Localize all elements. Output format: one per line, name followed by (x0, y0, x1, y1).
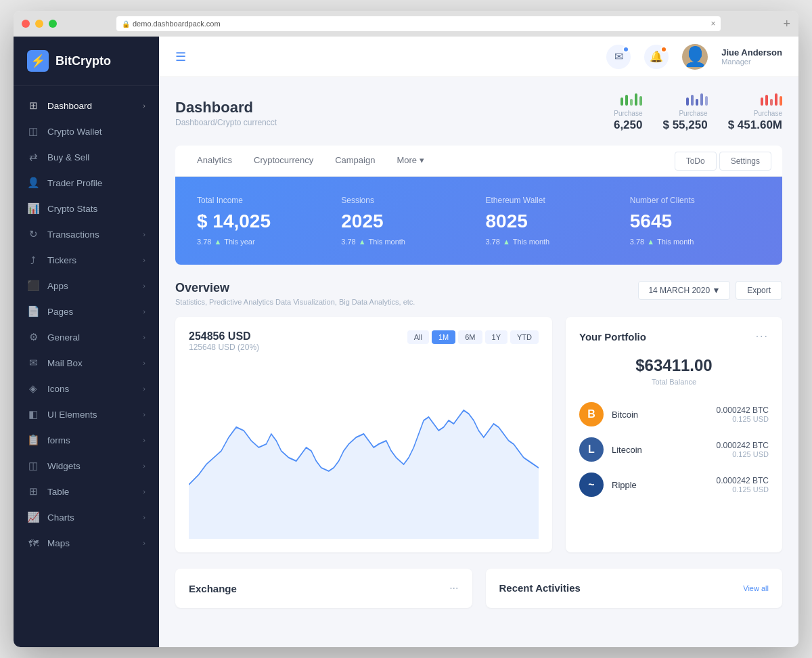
stat-card-label-2: Ethereum Wallet (486, 196, 616, 205)
tl-red[interactable] (22, 20, 30, 28)
nav-label-dashboard: Dashboard (47, 101, 92, 111)
sidebar-logo[interactable]: ⚡ BitCrypto (14, 37, 159, 86)
portfolio-header: Your Portfolio ··· (579, 330, 769, 343)
tl-yellow[interactable] (35, 20, 43, 28)
chevron-icon-table: › (143, 487, 145, 496)
stat-label-1: Purchase (679, 110, 707, 117)
sidebar-item-ui-elements[interactable]: ◧ UI Elements › (14, 401, 159, 427)
crypto-usd-btc: 0.125 USD (717, 415, 769, 423)
avatar[interactable]: 👤 (682, 44, 708, 70)
nav-item-left: ⤴ Tickers (27, 254, 76, 266)
right-tab-settings[interactable]: Settings (719, 152, 771, 171)
trend-arrow-2: ▲ (503, 238, 510, 246)
nav-item-left: ◈ Icons (27, 382, 69, 395)
tabs-bar: AnalyticsCryptocurrencyCampaignMore ▾ To… (175, 146, 782, 177)
nav-icon-tickers: ⤴ (27, 254, 39, 266)
crypto-btc-btc: 0.000242 BTC (717, 405, 769, 415)
tab-cryptocurrency[interactable]: Cryptocurrency (243, 146, 324, 176)
stat-trend-0: 3.78 (197, 238, 211, 246)
filter-btn-all[interactable]: All (407, 330, 429, 344)
stat-card-footer-3: 3.78 ▲ This month (630, 238, 761, 246)
filter-btn-1y[interactable]: 1Y (485, 330, 508, 344)
user-role: Manager (721, 58, 782, 66)
balance-amount: $63411.00 (579, 356, 769, 375)
portfolio-more-btn[interactable]: ··· (756, 330, 769, 343)
bar-2-4 (780, 96, 782, 106)
filter-btn-1m[interactable]: 1M (432, 330, 455, 344)
recent-activities-card: Recent Activities View all (486, 569, 783, 608)
sidebar-item-crypto-wallet[interactable]: ◫ Crypto Wallet (14, 118, 159, 144)
nav-label-maps: Maps (47, 538, 70, 548)
bottom-section: Exchange ··· Recent Activities View all (175, 569, 782, 608)
line-chart (189, 363, 539, 539)
recent-activities-header: Recent Activities View all (499, 582, 769, 594)
crypto-name-btc: Bitcoin (612, 410, 638, 420)
nav-label-forms: forms (47, 435, 70, 445)
nav-item-left: ✉ Mail Box (27, 357, 83, 369)
sidebar-item-transactions[interactable]: ↻ Transactions › (14, 221, 159, 247)
close-tab-btn[interactable]: × (710, 19, 715, 28)
view-all-btn[interactable]: View all (743, 584, 769, 592)
overview-section: 254856 USD 125648 USD (20%) All1M6M1YYTD (175, 317, 782, 552)
nav-icon-forms: 📋 (27, 434, 39, 446)
sidebar-item-charts[interactable]: 📈 Charts › (14, 504, 159, 530)
crypto-icon-xrp: ~ (579, 473, 604, 497)
chevron-icon-icons: › (143, 385, 145, 393)
chart-sub: 125648 USD (20%) (189, 343, 259, 352)
nav-item-left: ⬛ Apps (27, 280, 68, 292)
date-selector-btn[interactable]: 14 MARCH 2020 ▼ (638, 281, 730, 300)
sidebar-item-mailbox[interactable]: ✉ Mail Box › (14, 350, 159, 376)
sidebar-item-buy-sell[interactable]: ⇄ Buy & Sell (14, 144, 159, 170)
sidebar-item-pages[interactable]: 📄 Pages › (14, 299, 159, 324)
sidebar-item-maps[interactable]: 🗺 Maps › (14, 530, 159, 556)
nav-label-transactions: Transactions (47, 229, 99, 240)
address-bar[interactable]: 🔒 demo.dashboardpack.com × (116, 16, 721, 31)
bar-2-1 (765, 95, 768, 106)
tab-more[interactable]: More ▾ (386, 146, 434, 176)
new-tab-btn[interactable]: + (783, 17, 790, 31)
nav-icon-apps: ⬛ (27, 280, 39, 292)
bell-btn[interactable]: 🔔 (644, 45, 669, 69)
sidebar-item-icons[interactable]: ◈ Icons › (14, 376, 159, 401)
chevron-icon-dashboard: › (143, 102, 145, 110)
sidebar-item-table[interactable]: ⊞ Table › (14, 479, 159, 504)
stat-period-0: This year (224, 238, 254, 246)
right-tab-todo[interactable]: ToDo (675, 152, 717, 171)
sidebar-item-apps[interactable]: ⬛ Apps › (14, 273, 159, 299)
chart-card-header: 254856 USD 125648 USD (20%) All1M6M1YYTD (189, 330, 539, 352)
nav-item-left: 📄 Pages (27, 305, 73, 317)
nav-item-left: ⚙ General (27, 331, 80, 343)
exchange-more-btn[interactable]: ··· (449, 582, 458, 594)
chevron-icon-pages: › (143, 307, 145, 315)
stat-value-1: $ 55,250 (662, 118, 707, 132)
chart-wrapper (189, 363, 539, 539)
nav-icon-table: ⊞ (27, 485, 39, 498)
overview-controls: 14 MARCH 2020 ▼ Export (638, 281, 782, 300)
bar-2-3 (775, 93, 777, 106)
hamburger-icon[interactable]: ☰ (175, 49, 186, 64)
stat-card-value-2: 8025 (486, 211, 616, 232)
sidebar-item-dashboard[interactable]: ⊞ Dashboard › (14, 93, 159, 118)
export-btn[interactable]: Export (736, 281, 782, 300)
overview-subtitle: Statistics, Predictive Analytics Data Vi… (175, 298, 415, 306)
chevron-icon-widgets: › (143, 462, 145, 470)
sidebar-item-trader-profile[interactable]: 👤 Trader Profile (14, 170, 159, 196)
tl-green[interactable] (49, 20, 57, 28)
tab-campaign[interactable]: Campaign (324, 146, 386, 176)
stat-bars-0 (621, 93, 642, 106)
trend-arrow-3: ▲ (647, 238, 654, 246)
tab-analytics[interactable]: Analytics (186, 146, 243, 176)
sidebar-item-tickers[interactable]: ⤴ Tickers › (14, 247, 159, 273)
nav-item-left: 📋 forms (27, 434, 70, 446)
email-btn[interactable]: ✉ (606, 45, 631, 69)
crypto-icon-ltc: L (579, 437, 604, 462)
nav-item-left: ↻ Transactions (27, 228, 99, 240)
stat-card-footer-0: 3.78 ▲ This year (197, 238, 328, 246)
filter-btn-ytd[interactable]: YTD (510, 330, 539, 344)
sidebar-item-crypto-stats[interactable]: 📊 Crypto Stats (14, 196, 159, 221)
sidebar-item-general[interactable]: ⚙ General › (14, 324, 159, 350)
topbar: ☰ ✉ 🔔 👤 Jiue Anderson Mana (159, 37, 798, 77)
filter-btn-6m[interactable]: 6M (458, 330, 482, 344)
sidebar-item-forms[interactable]: 📋 forms › (14, 427, 159, 453)
sidebar-item-widgets[interactable]: ◫ Widgets › (14, 453, 159, 479)
